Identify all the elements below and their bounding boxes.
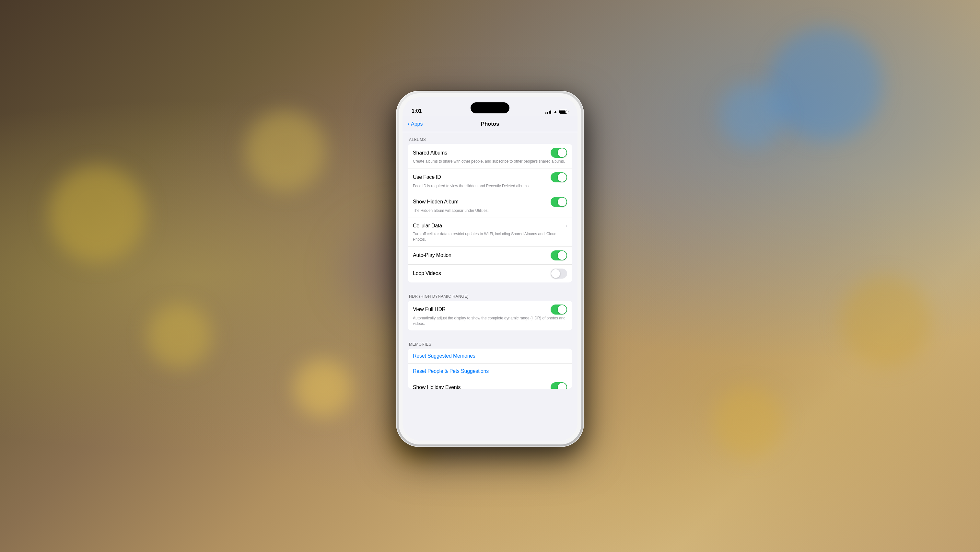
show-holiday-events-toggle[interactable] bbox=[550, 382, 567, 389]
view-full-hdr-label: View Full HDR bbox=[413, 306, 445, 312]
auto-play-motion-row: Auto-Play Motion bbox=[408, 246, 572, 265]
shared-albums-desc: Create albums to share with other people… bbox=[413, 159, 567, 164]
loop-videos-toggle[interactable] bbox=[550, 268, 567, 279]
signal-bar-2 bbox=[547, 112, 548, 114]
back-button[interactable]: ‹ Apps bbox=[408, 121, 423, 127]
cellular-data-row[interactable]: Cellular Data › Turn off cellular data t… bbox=[408, 217, 572, 246]
show-hidden-album-label: Show Hidden Album bbox=[413, 199, 458, 205]
view-full-hdr-toggle[interactable] bbox=[550, 305, 567, 314]
albums-settings-group: Shared Albums Create albums to share wit… bbox=[408, 144, 572, 282]
phone-screen: 1:01 ▲ bbox=[402, 97, 578, 441]
signal-bar-3 bbox=[549, 111, 550, 114]
chevron-right-icon: › bbox=[565, 223, 567, 229]
albums-section-header: ALBUMS bbox=[402, 132, 578, 144]
shared-albums-toggle[interactable] bbox=[550, 148, 567, 158]
reset-people-pets-row[interactable]: Reset People & Pets Suggestions bbox=[408, 364, 572, 379]
chevron-left-icon: ‹ bbox=[408, 121, 410, 127]
status-icons: ▲ bbox=[546, 109, 568, 114]
auto-play-motion-toggle[interactable] bbox=[550, 251, 567, 260]
phone-body: 1:01 ▲ bbox=[396, 91, 584, 447]
albums-section: ALBUMS Shared Albums Create a bbox=[402, 132, 578, 282]
status-time: 1:01 bbox=[412, 108, 422, 114]
settings-content[interactable]: ALBUMS Shared Albums Create a bbox=[402, 132, 578, 441]
use-face-id-desc: Face ID is required to view the Hidden a… bbox=[413, 183, 567, 189]
use-face-id-toggle[interactable] bbox=[550, 172, 567, 182]
reset-people-pets-label[interactable]: Reset People & Pets Suggestions bbox=[413, 368, 489, 374]
navigation-bar: ‹ Apps Photos bbox=[402, 116, 578, 132]
reset-suggested-memories-label[interactable]: Reset Suggested Memories bbox=[413, 353, 476, 358]
show-holiday-events-row: Show Holiday Events bbox=[408, 379, 572, 389]
loop-videos-row: Loop Videos bbox=[408, 265, 572, 282]
dynamic-island bbox=[471, 102, 509, 113]
show-hidden-album-row: Show Hidden Album The Hidden album will … bbox=[408, 193, 572, 218]
signal-bar-4 bbox=[550, 111, 551, 114]
use-face-id-row: Use Face ID Face ID is required to view … bbox=[408, 168, 572, 193]
show-hidden-album-toggle[interactable] bbox=[550, 197, 567, 207]
cellular-data-label: Cellular Data bbox=[413, 223, 442, 229]
page-title: Photos bbox=[481, 121, 499, 127]
cellular-data-desc: Turn off cellular data to restrict updat… bbox=[413, 231, 567, 242]
memories-section-header: MEMORIES bbox=[402, 337, 578, 349]
shared-albums-label: Shared Albums bbox=[413, 150, 447, 156]
signal-icon bbox=[546, 110, 551, 114]
shared-albums-row: Shared Albums Create albums to share wit… bbox=[408, 144, 572, 168]
reset-suggested-memories-row[interactable]: Reset Suggested Memories bbox=[408, 349, 572, 364]
loop-videos-label: Loop Videos bbox=[413, 271, 441, 276]
memories-section: MEMORIES Reset Suggested Memories Reset … bbox=[402, 337, 578, 389]
view-full-hdr-desc: Automatically adjust the display to show… bbox=[413, 316, 567, 327]
view-full-hdr-row: View Full HDR Automatically adjust the d… bbox=[408, 301, 572, 330]
use-face-id-label: Use Face ID bbox=[413, 174, 441, 180]
hdr-section-header: HDR (HIGH DYNAMIC RANGE) bbox=[402, 289, 578, 301]
auto-play-motion-label: Auto-Play Motion bbox=[413, 252, 452, 258]
hdr-settings-group: View Full HDR Automatically adjust the d… bbox=[408, 301, 572, 330]
phone-device: 1:01 ▲ bbox=[396, 91, 584, 447]
memories-settings-group: Reset Suggested Memories Reset People & … bbox=[408, 349, 572, 389]
show-hidden-album-desc: The Hidden album will appear under Utili… bbox=[413, 208, 567, 214]
wifi-icon: ▲ bbox=[553, 109, 557, 114]
back-label[interactable]: Apps bbox=[411, 121, 423, 127]
battery-icon bbox=[559, 110, 568, 114]
phone-inner: 1:01 ▲ bbox=[399, 93, 581, 444]
signal-bar-1 bbox=[546, 113, 546, 114]
hdr-section: HDR (HIGH DYNAMIC RANGE) View Full HDR bbox=[402, 289, 578, 330]
show-holiday-events-label: Show Holiday Events bbox=[413, 384, 460, 389]
